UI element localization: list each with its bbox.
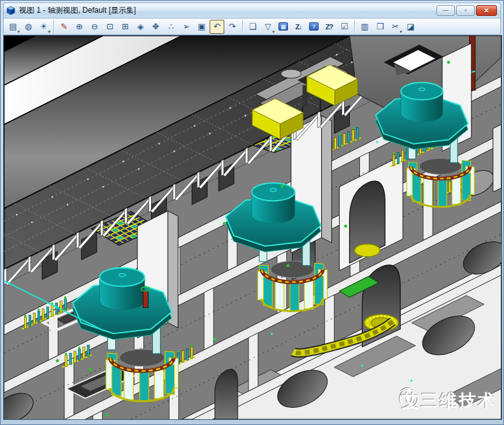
toolbar-view-cube-button[interactable]: ❒	[373, 20, 387, 34]
view-window: 艾三维技术	[3, 35, 502, 420]
minimize-button[interactable]: —	[436, 5, 455, 16]
toolbar-window-area-button[interactable]: ⊡	[103, 20, 117, 34]
title-bar[interactable]: 视图 1 - 轴测视图, Default [显示集] — ▫ ✕	[3, 3, 501, 18]
toolbar-display-style-button[interactable]: ◍	[21, 20, 36, 34]
toolbar-separator	[54, 20, 54, 33]
window-icon	[6, 6, 16, 16]
toolbar-change-view-z-button[interactable]: Z↓	[291, 20, 306, 34]
toolbar: ▤▾◍☀▾✎⊕⊖⊡⊞◈✥∴➢▣↶↷❏▽▾▦Z↓?Z?☑▥❒✂▾◪	[3, 18, 501, 35]
toolbar-rotate-view-button[interactable]: ◈	[133, 20, 148, 34]
toolbar-annotation-scale-button[interactable]: ☑	[337, 20, 352, 34]
toolbar-shaded-cube-button[interactable]: ◪	[403, 20, 418, 34]
toolbar-update-view-button[interactable]: ✎	[57, 20, 71, 34]
restore-button[interactable]: ▫	[456, 5, 475, 16]
toolbar-clip-volume-button[interactable]: ▽▾	[261, 20, 275, 34]
toolbar-render-mode-button[interactable]: ▥	[357, 20, 372, 34]
toolbar-clip-mask-button[interactable]: ▦	[276, 20, 291, 34]
toolbar-zoom-in-button[interactable]: ⊕	[72, 20, 87, 34]
toolbar-walk-button[interactable]: ∴	[164, 20, 178, 34]
watermark: 艾三维技术	[400, 389, 496, 410]
toolbar-view-flags-button[interactable]: ?	[306, 20, 321, 34]
toolbar-navigate-view-button[interactable]: ▣	[194, 20, 209, 34]
view-canvas[interactable]: 艾三维技术	[4, 36, 501, 419]
toolbar-view-next-button[interactable]: ↷	[225, 20, 240, 34]
toolbar-view-previous-button[interactable]: ↶	[210, 20, 224, 34]
toolbar-view-attributes-button[interactable]: ▤▾	[6, 20, 20, 34]
toolbar-zoom-out-button[interactable]: ⊖	[87, 20, 102, 34]
toolbar-pan-view-button[interactable]: ✥	[148, 20, 163, 34]
window-title: 视图 1 - 轴测视图, Default [显示集]	[19, 5, 433, 16]
toolbar-z-query-button[interactable]: Z?	[322, 20, 336, 34]
toolbar-fit-view-button[interactable]: ⊞	[118, 20, 133, 34]
toolbar-adjust-brightness-button[interactable]: ☀▾	[36, 20, 51, 34]
toolbar-section-tool-button[interactable]: ✂▾	[388, 20, 403, 34]
toolbar-copy-view-button[interactable]: ❏	[245, 20, 260, 34]
close-button[interactable]: ✕	[476, 5, 497, 16]
app-window: 视图 1 - 轴测视图, Default [显示集] — ▫ ✕ ▤▾◍☀▾✎⊕…	[0, 0, 504, 425]
toolbar-fly-button[interactable]: ➢	[179, 20, 194, 34]
toolbar-separator	[242, 20, 243, 33]
window-controls: — ▫ ✕	[436, 5, 498, 16]
watermark-text: 艾三维技术	[401, 391, 496, 410]
toolbar-separator	[354, 20, 355, 33]
